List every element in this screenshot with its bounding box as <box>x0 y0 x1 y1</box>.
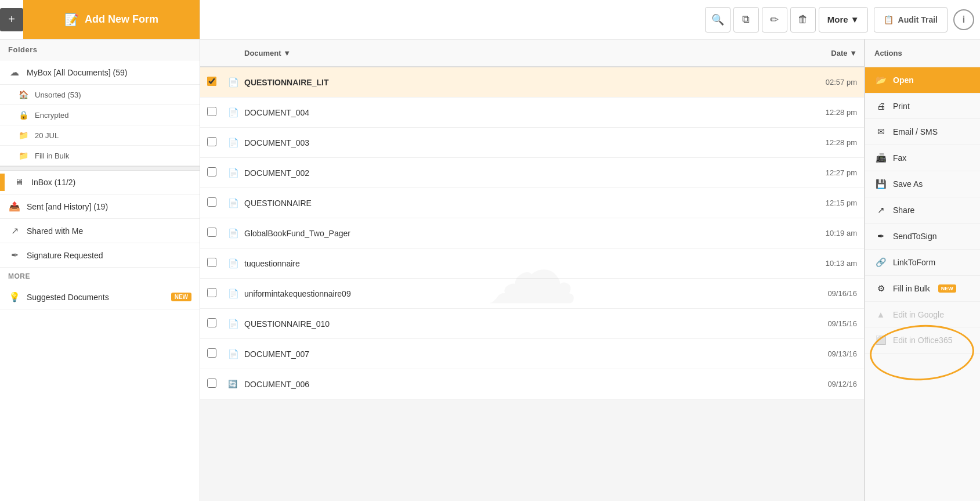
sidebar-divider-1 <box>0 166 200 171</box>
audit-trail-button[interactable]: 📋 Audit Trail <box>874 7 948 33</box>
lock-icon: 🔒 <box>17 110 29 120</box>
save-as-label: Save As <box>893 179 923 189</box>
row-checkbox-col[interactable] <box>207 77 228 88</box>
share-label: Share <box>893 206 914 215</box>
row-date: 09/13/16 <box>782 349 857 358</box>
sidebar: Folders ☁ MyBox [All Documents] (59) 🏠 U… <box>0 39 200 501</box>
fill-in-bulk-label: Fill in Bulk <box>893 284 930 293</box>
date-col-label: Date <box>831 49 847 57</box>
row-checkbox[interactable] <box>207 77 216 86</box>
table-row[interactable]: 📄 GlobalBookFund_Two_Pager 10:19 am <box>200 218 864 248</box>
row-name: uniformintakequestionnaire09 <box>244 289 782 298</box>
row-date: 12:28 pm <box>782 108 857 117</box>
add-new-form-button[interactable]: 📝 Add New Form <box>23 0 200 39</box>
folder-icon: 📁 <box>17 131 29 140</box>
copy-icon: ⧉ <box>742 13 750 26</box>
table-row[interactable]: 📄 QUESTIONNAIRE 12:15 pm <box>200 188 864 218</box>
sidebar-item-fill-bulk[interactable]: 📁 Fill in Bulk <box>0 146 200 166</box>
link-to-form-action[interactable]: 🔗 LinkToForm <box>865 250 980 276</box>
print-icon: 🖨 <box>874 101 887 111</box>
row-date: 10:19 am <box>782 229 857 237</box>
row-name: QUESTIONNAIRE_LIT <box>244 78 782 87</box>
row-checkbox[interactable] <box>207 258 216 267</box>
sidebar-item-mybox[interactable]: ☁ MyBox [All Documents] (59) <box>0 60 200 85</box>
more-button[interactable]: More ▼ <box>819 7 868 33</box>
row-name: DOCUMENT_003 <box>244 138 782 147</box>
fax-label: Fax <box>893 153 906 163</box>
sidebar-item-signature[interactable]: ✒ Signature Requested <box>0 243 200 268</box>
jul-label: 20 JUL <box>35 131 59 140</box>
save-as-icon: 💾 <box>874 179 887 189</box>
link-to-form-label: LinkToForm <box>893 258 935 267</box>
sidebar-item-jul[interactable]: 📁 20 JUL <box>0 125 200 146</box>
edit-button[interactable]: ✏ <box>762 7 787 33</box>
row-checkbox[interactable] <box>207 318 216 327</box>
open-icon: 📂 <box>874 75 887 85</box>
email-icon: ✉ <box>874 127 887 137</box>
signature-label: Signature Requested <box>27 251 191 260</box>
inbox-label: InBox (11/2) <box>31 178 191 187</box>
delete-button[interactable]: 🗑 <box>790 7 816 33</box>
pdf-icon: 📄 <box>228 289 239 298</box>
share-action[interactable]: ↗ Share <box>865 197 980 224</box>
table-row[interactable]: 📄 tuquestionnaire 10:13 am <box>200 248 864 279</box>
email-sms-action[interactable]: ✉ Email / SMS <box>865 119 980 145</box>
table-row[interactable]: 📄 DOCUMENT_004 12:28 pm <box>200 98 864 128</box>
new-badge: NEW <box>171 293 191 301</box>
shared-pdf-icon: 🔄 <box>228 380 237 388</box>
sidebar-item-encrypted[interactable]: 🔒 Encrypted <box>0 105 200 125</box>
encrypted-label: Encrypted <box>35 111 69 120</box>
row-checkbox[interactable] <box>207 107 216 116</box>
row-checkbox[interactable] <box>207 288 216 297</box>
print-label: Print <box>893 102 910 111</box>
pdf-icon: 📄 <box>228 258 239 268</box>
fax-action[interactable]: 📠 Fax <box>865 145 980 171</box>
document-sort-icon: ▼ <box>283 49 291 57</box>
copy-button[interactable]: ⧉ <box>733 7 759 33</box>
fill-in-bulk-new-badge: NEW <box>938 284 956 293</box>
add-form-icon: 📝 <box>64 13 79 27</box>
row-checkbox[interactable] <box>207 167 216 176</box>
pdf-icon: 📄 <box>228 349 239 359</box>
sidebar-item-sent[interactable]: 📤 Sent [and History] (19) <box>0 194 200 219</box>
row-checkbox[interactable] <box>207 197 216 207</box>
row-name: DOCUMENT_004 <box>244 108 782 117</box>
send-to-sign-action[interactable]: ✒ SendToSign <box>865 224 980 250</box>
header-document-col[interactable]: Document ▼ <box>244 49 782 57</box>
row-checkbox[interactable] <box>207 137 216 146</box>
pdf-icon: 📄 <box>228 138 239 147</box>
pdf-icon: 📄 <box>228 168 239 178</box>
toolbar-left: + 📝 Add New Form <box>0 0 200 39</box>
row-date: 02:57 pm <box>782 78 857 86</box>
row-name: DOCUMENT_002 <box>244 168 782 178</box>
row-date: 12:27 pm <box>782 168 857 177</box>
google-icon: ▲ <box>874 309 887 319</box>
table-row[interactable]: 📄 DOCUMENT_002 12:27 pm <box>200 158 864 188</box>
sidebar-item-unsorted[interactable]: 🏠 Unsorted (53) <box>0 85 200 105</box>
table-row[interactable]: 📄 QUESTIONNAIRE_LIT 02:57 pm <box>200 67 864 98</box>
save-as-action[interactable]: 💾 Save As <box>865 171 980 197</box>
table-row[interactable]: 🔄 DOCUMENT_006 09/12/16 <box>200 369 864 399</box>
row-checkbox[interactable] <box>207 379 216 388</box>
header-date-col[interactable]: Date ▼ <box>782 49 857 57</box>
info-button[interactable]: i <box>953 9 974 30</box>
table-row[interactable]: 📄 DOCUMENT_003 12:28 pm <box>200 128 864 158</box>
sidebar-item-shared[interactable]: ↗ Shared with Me <box>0 219 200 243</box>
row-name: QUESTIONNAIRE_010 <box>244 319 782 329</box>
plus-button[interactable]: + <box>0 8 23 31</box>
sidebar-item-inbox[interactable]: 🖥 InBox (11/2) <box>0 171 200 194</box>
edit-office-label: Edit in Office365 <box>893 336 952 345</box>
search-button[interactable]: 🔍 <box>705 7 731 33</box>
fill-in-bulk-action[interactable]: ⚙ Fill in Bulk NEW <box>865 276 980 302</box>
row-icon-col: 📄 <box>228 77 244 88</box>
send-to-sign-label: SendToSign <box>893 232 937 241</box>
sidebar-item-suggested[interactable]: 💡 Suggested Documents NEW <box>0 285 200 309</box>
print-action[interactable]: 🖨 Print <box>865 93 980 119</box>
table-row[interactable]: 📄 uniformintakequestionnaire09 09/16/16 <box>200 279 864 309</box>
table-row[interactable]: 📄 DOCUMENT_007 09/13/16 <box>200 339 864 369</box>
open-action[interactable]: 📂 Open <box>865 67 980 93</box>
row-checkbox[interactable] <box>207 228 216 237</box>
row-checkbox[interactable] <box>207 348 216 358</box>
table-row[interactable]: 📄 QUESTIONNAIRE_010 09/15/16 <box>200 309 864 339</box>
row-date: 09/16/16 <box>782 289 857 298</box>
